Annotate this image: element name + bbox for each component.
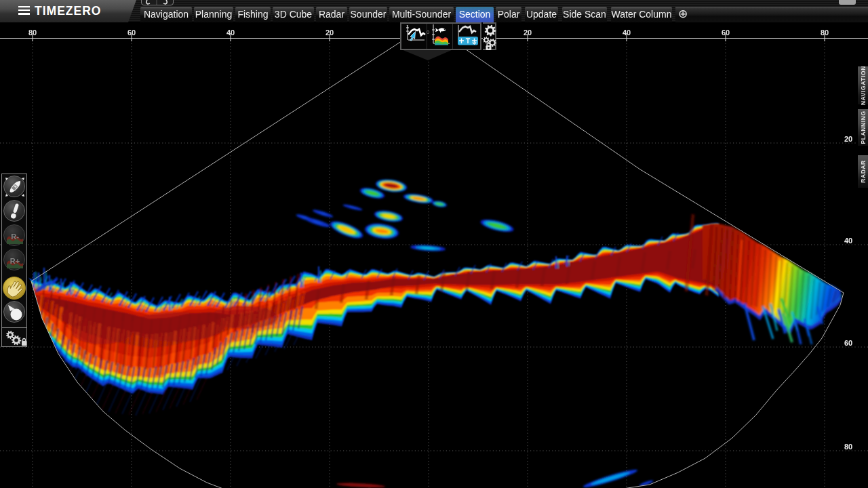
svg-text:80: 80 — [28, 28, 37, 37]
svg-text:40: 40 — [226, 28, 235, 37]
svg-text:80: 80 — [821, 28, 829, 37]
svg-text:40: 40 — [844, 237, 852, 245]
svg-text:20: 20 — [844, 135, 852, 143]
svg-text:80: 80 — [844, 443, 852, 451]
svg-text:60: 60 — [844, 339, 852, 347]
svg-text:60: 60 — [722, 28, 730, 37]
svg-text:20: 20 — [524, 28, 532, 37]
svg-text:60: 60 — [127, 28, 136, 37]
svg-text:R-: R- — [11, 232, 19, 241]
svg-text:40: 40 — [623, 28, 631, 37]
svg-text:20: 20 — [326, 28, 334, 37]
svg-text:0: 0 — [427, 29, 430, 35]
svg-text:R+: R+ — [10, 257, 20, 265]
